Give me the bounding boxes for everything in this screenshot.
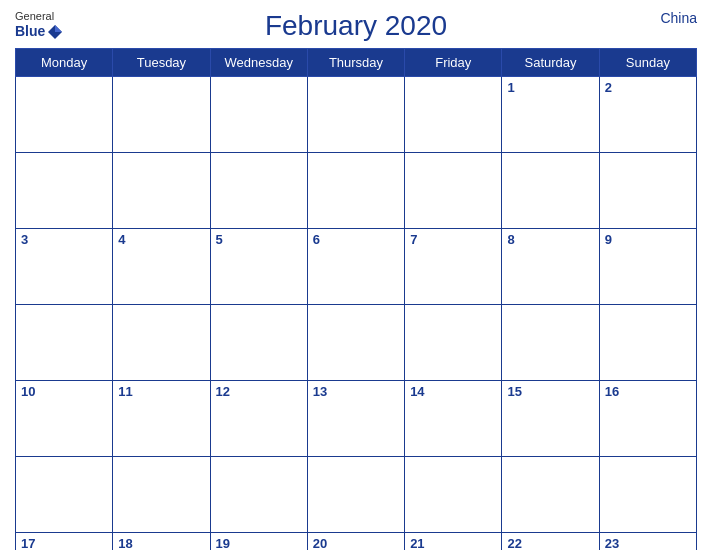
- week-date-row: 3456789: [16, 229, 697, 305]
- day-content-cell: [599, 153, 696, 229]
- logo-icon: [47, 24, 63, 40]
- day-content-cell: [16, 153, 113, 229]
- date-cell: 3: [16, 229, 113, 305]
- date-cell: [210, 77, 307, 153]
- date-cell: 18: [113, 533, 210, 551]
- date-cell: 10: [16, 381, 113, 457]
- date-cell: 21: [405, 533, 502, 551]
- day-of-week-header: Saturday: [502, 49, 599, 77]
- date-cell: 17: [16, 533, 113, 551]
- date-cell: [16, 77, 113, 153]
- date-cell: [113, 77, 210, 153]
- days-of-week-row: MondayTuesdayWednesdayThursdayFridaySatu…: [16, 49, 697, 77]
- date-cell: 14: [405, 381, 502, 457]
- day-content-cell: [307, 457, 404, 533]
- day-content-cell: [210, 457, 307, 533]
- date-cell: 4: [113, 229, 210, 305]
- week-content-row: [16, 153, 697, 229]
- day-of-week-header: Thursday: [307, 49, 404, 77]
- day-of-week-header: Monday: [16, 49, 113, 77]
- date-cell: 19: [210, 533, 307, 551]
- day-content-cell: [405, 457, 502, 533]
- day-content-cell: [307, 305, 404, 381]
- day-of-week-header: Wednesday: [210, 49, 307, 77]
- day-content-cell: [113, 457, 210, 533]
- date-cell: 5: [210, 229, 307, 305]
- date-cell: 6: [307, 229, 404, 305]
- date-cell: [405, 77, 502, 153]
- calendar-header: General Blue February 2020 China: [15, 10, 697, 42]
- country-label: China: [660, 10, 697, 26]
- day-content-cell: [502, 305, 599, 381]
- date-cell: 22: [502, 533, 599, 551]
- day-content-cell: [599, 457, 696, 533]
- date-cell: 12: [210, 381, 307, 457]
- logo-general: General: [15, 10, 63, 23]
- date-cell: 13: [307, 381, 404, 457]
- day-content-cell: [16, 457, 113, 533]
- week-date-row: 12: [16, 77, 697, 153]
- date-cell: 8: [502, 229, 599, 305]
- day-content-cell: [307, 153, 404, 229]
- date-cell: 1: [502, 77, 599, 153]
- date-cell: 2: [599, 77, 696, 153]
- day-content-cell: [210, 153, 307, 229]
- month-title: February 2020: [265, 10, 447, 42]
- date-cell: [307, 77, 404, 153]
- logo: General Blue: [15, 10, 63, 40]
- day-content-cell: [502, 457, 599, 533]
- svg-marker-1: [55, 25, 62, 32]
- day-of-week-header: Tuesday: [113, 49, 210, 77]
- date-cell: 7: [405, 229, 502, 305]
- date-cell: 23: [599, 533, 696, 551]
- week-date-row: 17181920212223: [16, 533, 697, 551]
- day-content-cell: [16, 305, 113, 381]
- day-content-cell: [405, 305, 502, 381]
- logo-blue: Blue: [15, 23, 45, 40]
- date-cell: 9: [599, 229, 696, 305]
- day-content-cell: [113, 305, 210, 381]
- date-cell: 20: [307, 533, 404, 551]
- calendar-table: MondayTuesdayWednesdayThursdayFridaySatu…: [15, 48, 697, 550]
- day-content-cell: [502, 153, 599, 229]
- week-content-row: [16, 457, 697, 533]
- week-date-row: 10111213141516: [16, 381, 697, 457]
- date-cell: 15: [502, 381, 599, 457]
- date-cell: 16: [599, 381, 696, 457]
- day-content-cell: [405, 153, 502, 229]
- week-content-row: [16, 305, 697, 381]
- day-content-cell: [113, 153, 210, 229]
- day-of-week-header: Sunday: [599, 49, 696, 77]
- date-cell: 11: [113, 381, 210, 457]
- day-content-cell: [599, 305, 696, 381]
- day-of-week-header: Friday: [405, 49, 502, 77]
- day-content-cell: [210, 305, 307, 381]
